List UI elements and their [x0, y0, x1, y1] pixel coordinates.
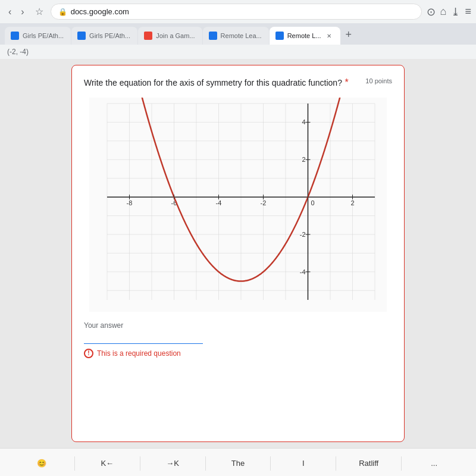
- answer-input[interactable]: [84, 332, 203, 344]
- downloads-icon[interactable]: ⤓: [451, 5, 460, 18]
- tab-remote-lea[interactable]: Remote Lea...: [203, 27, 269, 45]
- answer-label: Your answer: [84, 321, 392, 330]
- points-badge: 10 points: [365, 77, 392, 84]
- coords-text: (-2, -4): [7, 48, 29, 56]
- lock-icon: 🔒: [58, 8, 67, 16]
- required-message: ! This is a required question: [84, 349, 392, 358]
- required-text: This is a required question: [97, 349, 181, 358]
- tab-label-4: Remote Lea...: [221, 32, 262, 39]
- tab-remote-l-active[interactable]: Remote L... ✕: [270, 27, 340, 45]
- browser-chrome: ‹ › ☆ 🔒 docs.google.com ⊙ ⌂ ⤓ ≡ Girls PE…: [0, 0, 476, 45]
- toolbar-icons: ⊙ ⌂ ⤓ ≡: [427, 5, 471, 18]
- tab-girls-pe-1[interactable]: Girls PE/Ath...: [5, 27, 71, 45]
- tab-close-button[interactable]: ✕: [325, 32, 333, 40]
- coords-bar: (-2, -4): [0, 45, 476, 59]
- profile-icon[interactable]: ⊙: [427, 5, 436, 18]
- keyboard-bar: 😊 K← →K The I Ratliff ...: [0, 448, 476, 476]
- graph-canvas: [89, 98, 387, 312]
- form-card: Write the equation for the axis of symme…: [71, 65, 405, 442]
- tab-favicon-4: [209, 32, 217, 40]
- new-tab-button[interactable]: +: [341, 27, 357, 42]
- url-text: docs.google.com: [71, 7, 414, 16]
- required-icon: !: [84, 349, 93, 358]
- question-wrapper: Write the equation for the axis of symme…: [84, 77, 349, 89]
- address-bar[interactable]: 🔒 docs.google.com: [51, 4, 422, 20]
- back-button[interactable]: ‹: [5, 4, 15, 20]
- browser-toolbar: ‹ › ☆ 🔒 docs.google.com ⊙ ⌂ ⤓ ≡: [0, 0, 476, 23]
- question-text: Write the equation for the axis of symme…: [84, 78, 342, 87]
- kb-k-right[interactable]: →K: [140, 455, 205, 471]
- menu-icon[interactable]: ≡: [465, 5, 471, 18]
- kb-k-left[interactable]: K←: [75, 455, 140, 471]
- tab-favicon-5: [275, 32, 284, 40]
- tab-label-5: Remote L...: [287, 32, 321, 39]
- required-star: *: [345, 77, 348, 87]
- tab-favicon-2: [77, 32, 86, 40]
- kb-i[interactable]: I: [271, 455, 336, 471]
- home-icon[interactable]: ⌂: [440, 5, 447, 18]
- kb-more[interactable]: ...: [402, 455, 466, 471]
- page-content: Write the equation for the axis of symme…: [0, 59, 476, 448]
- tab-girls-pe-2[interactable]: Girls PE/Ath...: [71, 27, 137, 45]
- kb-ratliff[interactable]: Ratliff: [336, 455, 401, 471]
- bookmark-button[interactable]: ☆: [33, 4, 46, 20]
- tab-favicon-3: [144, 32, 152, 40]
- tab-join-game[interactable]: Join a Gam...: [138, 27, 202, 45]
- answer-section: Your answer ! This is a required questio…: [84, 321, 392, 358]
- question-header: Write the equation for the axis of symme…: [84, 77, 392, 89]
- tab-favicon-1: [11, 32, 19, 40]
- kb-emoji[interactable]: 😊: [10, 455, 74, 471]
- nav-buttons: ‹ ›: [5, 4, 28, 20]
- tab-label-2: Girls PE/Ath...: [89, 32, 130, 39]
- graph-container: [84, 98, 392, 312]
- tab-label-1: Girls PE/Ath...: [23, 32, 64, 39]
- kb-the[interactable]: The: [206, 455, 271, 471]
- forward-button[interactable]: ›: [17, 4, 27, 20]
- tab-label-3: Join a Gam...: [156, 32, 195, 39]
- tabs-bar: Girls PE/Ath... Girls PE/Ath... Join a G…: [0, 23, 476, 45]
